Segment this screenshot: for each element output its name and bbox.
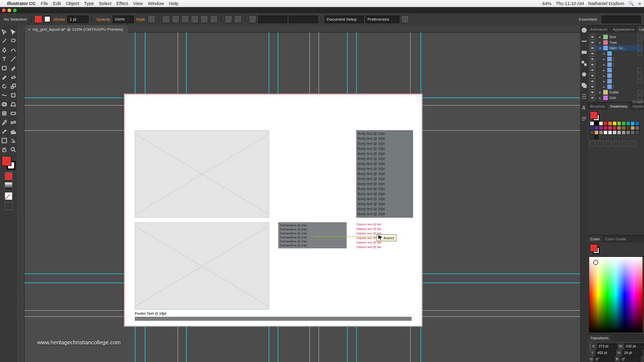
lasso-tool[interactable]	[9, 36, 18, 45]
layer-target-icon[interactable]	[613, 85, 614, 88]
disclosure-triangle-icon[interactable]: ▸	[602, 52, 606, 56]
layer-target-icon[interactable]	[637, 90, 642, 95]
layer-row[interactable]: ▸	[590, 62, 642, 67]
transform-h-input[interactable]	[622, 350, 642, 356]
rotate-tool[interactable]	[0, 81, 9, 90]
artboard-tool[interactable]	[0, 136, 9, 145]
image-placeholder[interactable]	[135, 222, 269, 310]
footer-rule[interactable]	[135, 317, 412, 321]
ruler-vertical[interactable]	[17, 32, 25, 362]
menu-edit[interactable]: Edit	[53, 1, 61, 6]
color-fill-stroke[interactable]	[590, 244, 600, 254]
swatch[interactable]	[599, 130, 603, 135]
swatch[interactable]	[635, 130, 639, 135]
swatch[interactable]	[590, 126, 594, 130]
body-text-frame[interactable]: Body text @ 10ptBody text @ 10ptBody tex…	[356, 130, 413, 218]
disclosure-triangle-icon[interactable]: ▸	[598, 35, 602, 39]
layer-name[interactable]: Text	[609, 35, 636, 39]
visibility-toggle-icon[interactable]	[590, 62, 595, 67]
notification-center-icon[interactable]: ≡	[638, 1, 641, 6]
blend-tool[interactable]	[9, 118, 18, 127]
color-spectrum[interactable]	[589, 256, 643, 333]
swatch[interactable]	[590, 121, 594, 126]
window-close[interactable]	[2, 9, 6, 12]
align-hcenter-icon[interactable]	[172, 15, 180, 23]
new-swatch-icon[interactable]	[622, 141, 628, 147]
layer-name[interactable]: Main_Gr...	[609, 46, 636, 50]
swatch[interactable]	[635, 126, 639, 130]
footer-text[interactable]: Footer Text @ 10pt	[135, 312, 167, 315]
search-help-input[interactable]	[602, 16, 641, 23]
char-panel-icon[interactable]: A	[581, 105, 587, 111]
swatch[interactable]	[594, 130, 599, 135]
disclosure-triangle-icon[interactable]: ▸	[598, 41, 602, 45]
swatch[interactable]	[617, 126, 621, 130]
align-vcenter-icon[interactable]	[200, 15, 208, 23]
swatch[interactable]	[594, 121, 599, 126]
slice-tool[interactable]	[9, 136, 18, 145]
menu-help[interactable]: Help	[169, 1, 179, 6]
document-tab[interactable]: × my_grid_layout.ai* @ 110% (CMYK/GPU Pr…	[25, 25, 128, 33]
disclosure-triangle-icon[interactable]: ▸	[602, 57, 606, 61]
swatch[interactable]	[630, 121, 635, 126]
disclosure-triangle-icon[interactable]: ▸	[602, 79, 606, 83]
workspace-switcher[interactable]: Essentials	[579, 17, 597, 22]
tab-appearance[interactable]: Appearance	[610, 26, 637, 33]
reference-point-picker[interactable]	[590, 342, 591, 350]
transform-w-input[interactable]	[624, 343, 644, 349]
visibility-toggle-icon[interactable]	[590, 78, 595, 84]
swatch[interactable]	[603, 121, 608, 126]
layer-name[interactable]	[613, 63, 642, 66]
column-graph-tool[interactable]	[9, 127, 18, 136]
scale-tool[interactable]	[9, 81, 18, 90]
swatch[interactable]	[612, 130, 617, 135]
fill-stroke-control[interactable]	[2, 156, 16, 170]
window-zoom[interactable]	[13, 9, 17, 12]
color-mode[interactable]	[5, 172, 13, 180]
swatch[interactable]	[612, 126, 617, 130]
layer-target-icon[interactable]	[637, 68, 642, 72]
x-input[interactable]	[258, 16, 287, 23]
pathfinder-panel-icon[interactable]	[581, 82, 587, 88]
tab-layers[interactable]: Layers	[637, 26, 644, 33]
align-top-icon[interactable]	[191, 15, 199, 23]
disclosure-triangle-icon[interactable]: ▸	[602, 74, 606, 78]
distribute-h-icon[interactable]	[224, 15, 232, 23]
disclosure-triangle-icon[interactable]: ▸	[602, 63, 606, 67]
visibility-toggle-icon[interactable]	[590, 73, 595, 78]
layer-row[interactable]: ▸	[590, 84, 642, 89]
app-menu[interactable]: Illustrator CC	[7, 1, 36, 6]
close-tab-icon[interactable]: ×	[28, 27, 31, 32]
swatch[interactable]	[608, 130, 612, 135]
transform-rotate-input[interactable]	[594, 356, 614, 363]
layer-target-icon[interactable]	[637, 35, 642, 39]
docsetup-button[interactable]	[325, 16, 364, 23]
align-to-picker[interactable]	[401, 15, 409, 23]
zoom-tool[interactable]	[9, 145, 18, 154]
layer-row[interactable]: ▾Main_Gr...	[590, 45, 642, 51]
swatch[interactable]	[635, 121, 639, 126]
tab-graphic-styles[interactable]: Graphic Styles	[630, 99, 644, 110]
swatch[interactable]	[599, 126, 603, 130]
magic-wand-tool[interactable]	[0, 36, 9, 45]
layer-target-icon[interactable]	[637, 46, 642, 50]
layer-row[interactable]: ▸	[590, 67, 642, 73]
swatch-kind-icon[interactable]	[598, 141, 604, 147]
disclosure-triangle-icon[interactable]: ▸	[598, 96, 602, 100]
swatch[interactable]	[626, 121, 630, 126]
align-bottom-icon[interactable]	[210, 15, 218, 23]
layer-name[interactable]	[613, 57, 642, 61]
align-right-icon[interactable]	[181, 15, 189, 23]
tab-color-guide[interactable]: Color Guide	[602, 236, 629, 242]
screen-mode[interactable]	[5, 202, 13, 210]
layer-target-icon[interactable]	[637, 51, 642, 56]
swatch[interactable]	[608, 126, 612, 130]
layer-target-icon[interactable]	[637, 73, 642, 78]
transparency-panel-icon[interactable]	[581, 60, 587, 66]
swatch[interactable]	[608, 121, 612, 126]
pen-tool[interactable]	[0, 45, 9, 54]
transform-x-input[interactable]	[597, 343, 617, 349]
eraser-tool[interactable]	[9, 72, 18, 81]
disclosure-triangle-icon[interactable]: ▸	[598, 90, 602, 95]
swatch[interactable]	[612, 121, 617, 126]
